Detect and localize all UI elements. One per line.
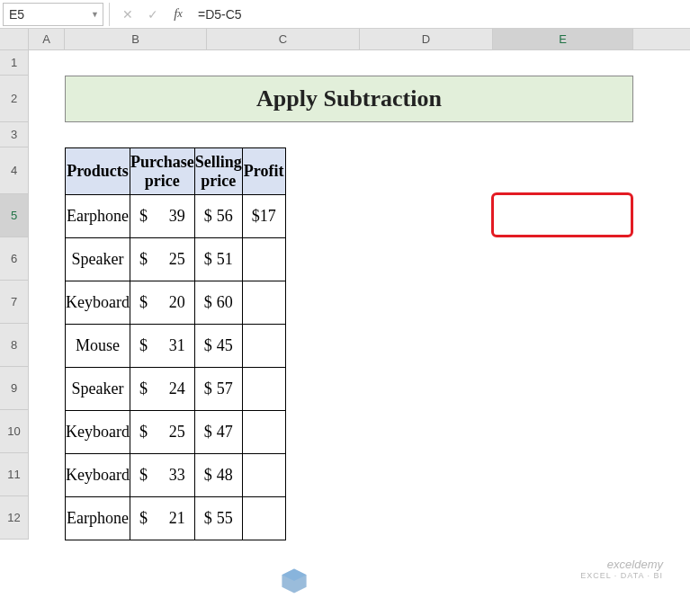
- currency-symbol: $: [204, 207, 212, 226]
- value: 25: [169, 423, 185, 442]
- page-title: Apply Subtraction: [65, 76, 633, 122]
- cell-selling[interactable]: $51: [194, 238, 242, 281]
- table-row: Earphone$39$56$17: [66, 195, 286, 238]
- data-table: ProductsPurchase priceSelling priceProfi…: [65, 147, 286, 540]
- currency-symbol: $: [139, 466, 148, 485]
- column-header-B[interactable]: B: [65, 29, 207, 49]
- cell-profit[interactable]: [242, 281, 285, 325]
- currency-symbol: $: [204, 423, 212, 442]
- table-row: Keyboard$25$47: [66, 411, 286, 454]
- chevron-down-icon[interactable]: ▼: [91, 10, 99, 19]
- cell-profit[interactable]: [242, 238, 285, 281]
- cell-selling[interactable]: $60: [194, 281, 242, 325]
- cell-profit[interactable]: $17: [242, 195, 285, 238]
- name-box[interactable]: E5 ▼: [3, 3, 103, 26]
- row-header-4[interactable]: 4: [0, 147, 28, 194]
- value: 24: [169, 379, 185, 398]
- cell-profit[interactable]: [242, 497, 285, 540]
- value: 17: [260, 207, 276, 226]
- cell-profit[interactable]: [242, 368, 285, 411]
- value: 25: [169, 250, 185, 269]
- formula-bar: E5 ▼ ✕ ✓ fx =D5-C5: [0, 0, 690, 29]
- value: 60: [217, 293, 233, 312]
- cell-purchase[interactable]: $33: [130, 454, 194, 497]
- table-row: Mouse$31$45: [66, 325, 286, 368]
- cell-selling[interactable]: $56: [194, 195, 242, 238]
- row-header-12[interactable]: 12: [0, 496, 28, 540]
- cell-purchase[interactable]: $39: [130, 195, 194, 238]
- value: 57: [217, 379, 233, 398]
- cell-product[interactable]: Keyboard: [66, 454, 130, 497]
- row-header-7[interactable]: 7: [0, 281, 28, 324]
- value: 20: [169, 293, 185, 312]
- svg-marker-1: [282, 568, 306, 581]
- row-header-3[interactable]: 3: [0, 122, 28, 147]
- table-row: Keyboard$33$48: [66, 454, 286, 497]
- cell-product[interactable]: Speaker: [66, 238, 130, 281]
- column-header-A[interactable]: A: [29, 29, 65, 49]
- formula-text: =D5-C5: [198, 7, 242, 22]
- cell-product[interactable]: Earphone: [66, 497, 130, 540]
- currency-symbol: $: [204, 250, 212, 269]
- column-header-E[interactable]: E: [493, 29, 633, 49]
- watermark-brand: exceldemy: [607, 558, 663, 571]
- currency-symbol: $: [139, 336, 148, 355]
- table-row: Keyboard$20$60: [66, 281, 286, 325]
- cell-purchase[interactable]: $21: [130, 497, 194, 540]
- currency-symbol: $: [139, 250, 148, 269]
- select-all-corner[interactable]: [0, 29, 29, 50]
- header-purchase: Purchase price: [130, 148, 194, 195]
- cell-purchase[interactable]: $25: [130, 411, 194, 454]
- cell-profit[interactable]: [242, 325, 285, 368]
- cell-profit[interactable]: [242, 411, 285, 454]
- cell-profit[interactable]: [242, 454, 285, 497]
- cell-product[interactable]: Keyboard: [66, 281, 130, 325]
- header-products: Products: [66, 148, 130, 195]
- currency-symbol: $: [252, 207, 260, 226]
- value: 45: [217, 336, 233, 355]
- table-row: Speaker$25$51: [66, 238, 286, 281]
- cell-product[interactable]: Mouse: [66, 325, 130, 368]
- row-header-9[interactable]: 9: [0, 367, 28, 410]
- currency-symbol: $: [204, 509, 212, 528]
- cancel-icon[interactable]: ✕: [115, 3, 140, 26]
- value: 47: [217, 423, 233, 442]
- watermark: exceldemy EXCEL · DATA · BI: [580, 558, 663, 580]
- currency-symbol: $: [139, 379, 148, 398]
- cell-selling[interactable]: $57: [194, 368, 242, 411]
- currency-symbol: $: [204, 293, 212, 312]
- currency-symbol: $: [139, 207, 148, 226]
- cell-purchase[interactable]: $31: [130, 325, 194, 368]
- cell-purchase[interactable]: $20: [130, 281, 194, 325]
- svg-marker-0: [282, 568, 306, 593]
- column-header-C[interactable]: C: [207, 29, 360, 49]
- enter-icon[interactable]: ✓: [140, 3, 166, 26]
- row-header-10[interactable]: 10: [0, 410, 28, 453]
- cell-product[interactable]: Earphone: [66, 195, 130, 238]
- value: 56: [217, 207, 233, 226]
- cell-purchase[interactable]: $25: [130, 238, 194, 281]
- row-header-5[interactable]: 5: [0, 194, 28, 237]
- watermark-tag: EXCEL · DATA · BI: [580, 571, 663, 580]
- row-header-8[interactable]: 8: [0, 324, 28, 367]
- fx-icon[interactable]: fx: [166, 3, 191, 26]
- formula-input[interactable]: =D5-C5: [191, 3, 690, 26]
- row-header-6[interactable]: 6: [0, 237, 28, 281]
- row-header-1[interactable]: 1: [0, 50, 28, 76]
- currency-symbol: $: [204, 336, 212, 355]
- cell-product[interactable]: Speaker: [66, 368, 130, 411]
- cell-selling[interactable]: $45: [194, 325, 242, 368]
- value: 51: [217, 250, 233, 269]
- row-header-2[interactable]: 2: [0, 76, 28, 122]
- cell-purchase[interactable]: $24: [130, 368, 194, 411]
- cell-selling[interactable]: $55: [194, 497, 242, 540]
- value: 31: [169, 336, 185, 355]
- cell-selling[interactable]: $47: [194, 411, 242, 454]
- column-header-D[interactable]: D: [360, 29, 493, 49]
- value: 21: [169, 509, 185, 528]
- cell-product[interactable]: Keyboard: [66, 411, 130, 454]
- cell-selling[interactable]: $48: [194, 454, 242, 497]
- value: 55: [217, 509, 233, 528]
- row-header-11[interactable]: 11: [0, 453, 28, 496]
- separator: [109, 3, 110, 26]
